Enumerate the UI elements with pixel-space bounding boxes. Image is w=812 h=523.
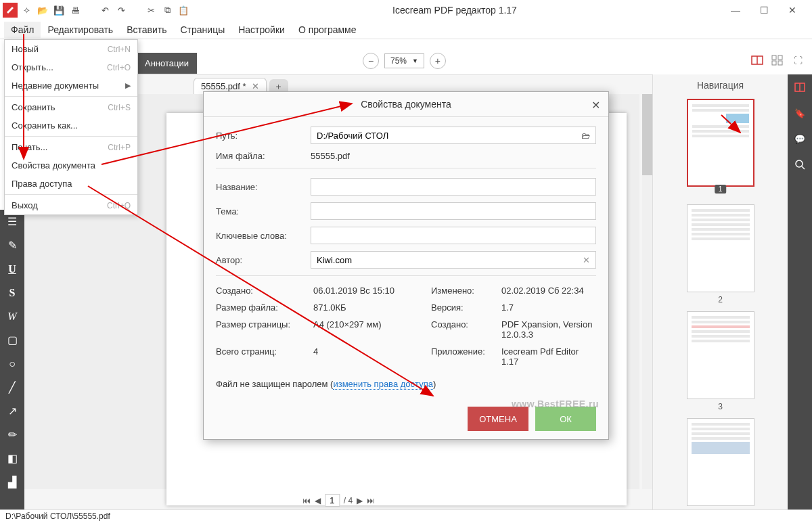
- redo-icon[interactable]: ↷: [114, 3, 129, 18]
- comments-icon[interactable]: 💬: [788, 126, 812, 152]
- copy-icon[interactable]: ⧉: [160, 3, 175, 18]
- strike-tool-icon[interactable]: S: [0, 281, 24, 304]
- input-topic[interactable]: [317, 206, 590, 217]
- input-path[interactable]: [317, 131, 581, 141]
- svg-rect-3: [778, 55, 782, 60]
- password-protection-line: Файл не защищен паролем (изменить права …: [216, 379, 596, 389]
- close-tab-icon[interactable]: ✕: [252, 81, 259, 91]
- input-author[interactable]: [317, 255, 583, 265]
- open-icon[interactable]: 📂: [35, 3, 50, 18]
- arrow-tool-icon[interactable]: ↗: [0, 399, 24, 423]
- document-tab-label: 55555.pdf *: [201, 81, 246, 91]
- dialog-close-button[interactable]: ✕: [591, 99, 600, 112]
- menu-item-recent[interactable]: Недавние документы▶: [5, 76, 137, 95]
- page-thumbnail-3[interactable]: [687, 311, 754, 399]
- circle-tool-icon[interactable]: ○: [0, 352, 24, 376]
- maximize-button[interactable]: ☐: [754, 5, 774, 16]
- cancel-button[interactable]: ОТМЕНА: [468, 407, 528, 431]
- page-current-input[interactable]: [325, 494, 340, 507]
- label-keywords: Ключевые слова:: [216, 231, 311, 241]
- input-title[interactable]: [317, 182, 590, 192]
- value-created: 06.01.2019 Вс 15:10: [313, 286, 428, 296]
- input-keywords[interactable]: [317, 231, 590, 241]
- label-modified: Изменено:: [431, 286, 499, 296]
- svg-line-9: [802, 166, 805, 169]
- eraser-tool-icon[interactable]: ◧: [0, 447, 24, 470]
- menu-item-save-as[interactable]: Сохранить как...: [5, 116, 137, 135]
- paste-icon[interactable]: 📋: [176, 3, 191, 18]
- dialog-title: Свойства документа ✕: [204, 92, 608, 117]
- undo-icon[interactable]: ↶: [97, 3, 112, 18]
- clear-author-icon[interactable]: ✕: [583, 255, 590, 265]
- ok-button[interactable]: ОК: [535, 407, 596, 431]
- left-toolbar: ☰ ✎ U S W ▢ ○ ╱ ↗ ✏ ◧ ▟: [0, 210, 24, 509]
- menu-file[interactable]: Файл: [4, 22, 41, 38]
- close-window-button[interactable]: ✕: [782, 5, 803, 16]
- print-icon[interactable]: 🖶: [68, 3, 83, 18]
- stamp-tool-icon[interactable]: ▟: [0, 470, 24, 494]
- nav-next-icon[interactable]: ▶: [357, 496, 363, 505]
- menu-item-new[interactable]: НовыйCtrl+N: [5, 40, 137, 58]
- bookmarks-icon[interactable]: 🔖: [788, 100, 812, 126]
- menu-bar: Файл Редактировать Вставить Страницы Нас…: [0, 20, 812, 39]
- navigation-title: Навигация: [653, 74, 788, 96]
- scrollbar-vertical[interactable]: [642, 94, 653, 489]
- value-creator: PDF Xpansion, Version 12.0.3.3: [501, 319, 596, 340]
- grid-view-icon[interactable]: [770, 53, 785, 68]
- menu-item-save[interactable]: СохранитьCtrl+S: [5, 98, 137, 116]
- svg-rect-5: [778, 61, 782, 65]
- menu-pages[interactable]: Страницы: [173, 22, 231, 38]
- wave-tool-icon[interactable]: W: [0, 304, 24, 328]
- submenu-arrow-icon: ▶: [125, 81, 131, 90]
- tab-annotations[interactable]: Аннотации: [137, 53, 197, 74]
- zoom-value[interactable]: 75%▼: [384, 53, 424, 68]
- fullscreen-icon[interactable]: ⛶: [790, 53, 805, 68]
- zoom-in-button[interactable]: +: [430, 53, 446, 69]
- value-app: Icecream Pdf Editor 1.17: [501, 346, 596, 367]
- pencil-tool-icon[interactable]: ✏: [0, 423, 24, 447]
- menu-item-properties[interactable]: Свойства документа: [5, 156, 137, 175]
- chevron-down-icon: ▼: [412, 58, 418, 64]
- label-topic: Тема:: [216, 206, 311, 217]
- page-total: / 4: [344, 496, 353, 505]
- label-pagecount: Всего страниц:: [216, 346, 311, 367]
- rect-tool-icon[interactable]: ▢: [0, 328, 24, 352]
- label-created: Создано:: [216, 286, 311, 296]
- pen-tool-icon[interactable]: ✎: [0, 233, 24, 257]
- navigation-panel: Навигация 1 2 3 4: [652, 74, 788, 509]
- menu-edit[interactable]: Редактировать: [41, 22, 120, 38]
- nav-first-icon[interactable]: ⏮: [302, 496, 311, 505]
- menu-insert[interactable]: Вставить: [120, 22, 173, 38]
- save-icon[interactable]: 💾: [51, 3, 66, 18]
- menu-settings[interactable]: Настройки: [231, 22, 292, 38]
- svg-point-8: [796, 160, 803, 167]
- search-icon[interactable]: [788, 152, 812, 177]
- menu-item-print[interactable]: Печать...Ctrl+P: [5, 138, 137, 156]
- label-title: Название:: [216, 182, 311, 192]
- menu-item-permissions[interactable]: Права доступа: [5, 175, 137, 193]
- browse-folder-icon[interactable]: 🗁: [581, 131, 590, 141]
- minimize-button[interactable]: —: [725, 5, 746, 16]
- line-tool-icon[interactable]: ╱: [0, 376, 24, 399]
- nav-last-icon[interactable]: ⏭: [367, 496, 375, 505]
- page-thumbnail-1[interactable]: 1: [687, 99, 754, 187]
- menu-item-open[interactable]: Открыть...Ctrl+O: [5, 58, 137, 76]
- page-thumbnail-4[interactable]: [687, 418, 754, 506]
- menu-item-exit[interactable]: ВыходCtrl+Q: [5, 196, 137, 214]
- document-properties-dialog: Свойства документа ✕ Путь: 🗁 Имя файла: …: [203, 91, 609, 440]
- change-permissions-link[interactable]: изменить права доступа: [333, 379, 432, 390]
- underline-tool-icon[interactable]: U: [0, 257, 24, 281]
- cut-icon[interactable]: ✂: [143, 3, 158, 18]
- nav-prev-icon[interactable]: ◀: [315, 496, 321, 505]
- menu-about[interactable]: О программе: [292, 22, 363, 38]
- value-filename: 55555.pdf: [311, 151, 596, 161]
- value-pagesize: A4 (210×297 мм): [313, 319, 428, 340]
- new-doc-icon[interactable]: ✧: [19, 3, 34, 18]
- scrollbar-thumb[interactable]: [642, 94, 653, 175]
- zoom-out-button[interactable]: −: [363, 53, 379, 69]
- fit-width-icon[interactable]: [750, 53, 765, 68]
- svg-rect-2: [772, 55, 776, 60]
- page-thumbnail-2[interactable]: [687, 204, 754, 292]
- watermark-text: www.BestFREE.ru: [512, 399, 599, 409]
- thumbnails-icon[interactable]: [788, 74, 812, 100]
